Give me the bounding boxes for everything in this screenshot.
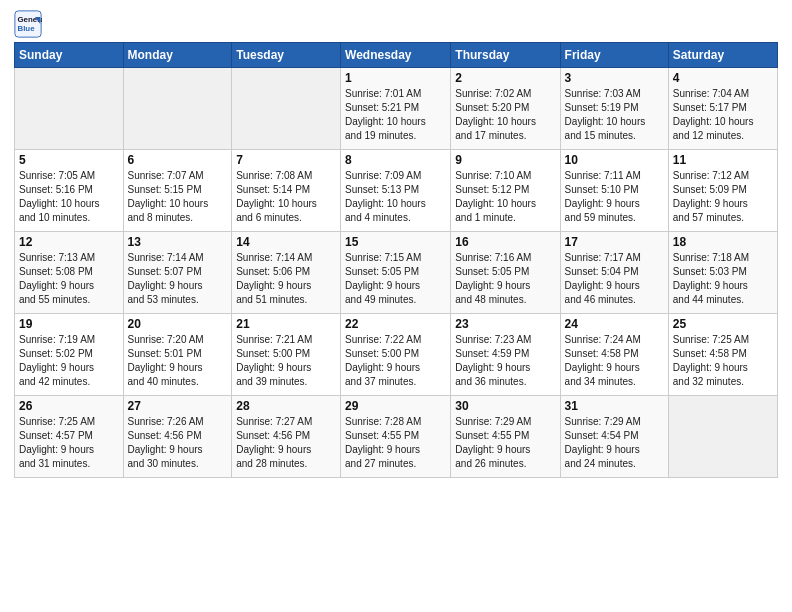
day-number: 21 bbox=[236, 317, 336, 331]
calendar-cell: 19Sunrise: 7:19 AM Sunset: 5:02 PM Dayli… bbox=[15, 314, 124, 396]
calendar-cell: 17Sunrise: 7:17 AM Sunset: 5:04 PM Dayli… bbox=[560, 232, 668, 314]
day-number: 27 bbox=[128, 399, 228, 413]
calendar-week-row: 5Sunrise: 7:05 AM Sunset: 5:16 PM Daylig… bbox=[15, 150, 778, 232]
day-number: 3 bbox=[565, 71, 664, 85]
day-info: Sunrise: 7:09 AM Sunset: 5:13 PM Dayligh… bbox=[345, 169, 446, 225]
day-number: 23 bbox=[455, 317, 555, 331]
weekday-header: Thursday bbox=[451, 43, 560, 68]
weekday-header: Tuesday bbox=[232, 43, 341, 68]
day-number: 22 bbox=[345, 317, 446, 331]
day-number: 8 bbox=[345, 153, 446, 167]
calendar-cell: 24Sunrise: 7:24 AM Sunset: 4:58 PM Dayli… bbox=[560, 314, 668, 396]
day-info: Sunrise: 7:14 AM Sunset: 5:06 PM Dayligh… bbox=[236, 251, 336, 307]
calendar-cell: 11Sunrise: 7:12 AM Sunset: 5:09 PM Dayli… bbox=[668, 150, 777, 232]
calendar-cell: 4Sunrise: 7:04 AM Sunset: 5:17 PM Daylig… bbox=[668, 68, 777, 150]
day-info: Sunrise: 7:07 AM Sunset: 5:15 PM Dayligh… bbox=[128, 169, 228, 225]
day-info: Sunrise: 7:22 AM Sunset: 5:00 PM Dayligh… bbox=[345, 333, 446, 389]
day-info: Sunrise: 7:25 AM Sunset: 4:58 PM Dayligh… bbox=[673, 333, 773, 389]
weekday-header: Monday bbox=[123, 43, 232, 68]
day-info: Sunrise: 7:28 AM Sunset: 4:55 PM Dayligh… bbox=[345, 415, 446, 471]
calendar-cell: 26Sunrise: 7:25 AM Sunset: 4:57 PM Dayli… bbox=[15, 396, 124, 478]
day-number: 31 bbox=[565, 399, 664, 413]
calendar-cell: 7Sunrise: 7:08 AM Sunset: 5:14 PM Daylig… bbox=[232, 150, 341, 232]
day-number: 30 bbox=[455, 399, 555, 413]
day-info: Sunrise: 7:25 AM Sunset: 4:57 PM Dayligh… bbox=[19, 415, 119, 471]
day-info: Sunrise: 7:08 AM Sunset: 5:14 PM Dayligh… bbox=[236, 169, 336, 225]
day-info: Sunrise: 7:19 AM Sunset: 5:02 PM Dayligh… bbox=[19, 333, 119, 389]
day-info: Sunrise: 7:04 AM Sunset: 5:17 PM Dayligh… bbox=[673, 87, 773, 143]
day-number: 11 bbox=[673, 153, 773, 167]
day-number: 2 bbox=[455, 71, 555, 85]
day-number: 15 bbox=[345, 235, 446, 249]
day-info: Sunrise: 7:13 AM Sunset: 5:08 PM Dayligh… bbox=[19, 251, 119, 307]
calendar-cell bbox=[15, 68, 124, 150]
day-number: 29 bbox=[345, 399, 446, 413]
calendar-cell: 12Sunrise: 7:13 AM Sunset: 5:08 PM Dayli… bbox=[15, 232, 124, 314]
day-info: Sunrise: 7:24 AM Sunset: 4:58 PM Dayligh… bbox=[565, 333, 664, 389]
calendar-cell: 3Sunrise: 7:03 AM Sunset: 5:19 PM Daylig… bbox=[560, 68, 668, 150]
day-info: Sunrise: 7:21 AM Sunset: 5:00 PM Dayligh… bbox=[236, 333, 336, 389]
day-info: Sunrise: 7:02 AM Sunset: 5:20 PM Dayligh… bbox=[455, 87, 555, 143]
day-info: Sunrise: 7:05 AM Sunset: 5:16 PM Dayligh… bbox=[19, 169, 119, 225]
day-number: 7 bbox=[236, 153, 336, 167]
calendar-cell: 5Sunrise: 7:05 AM Sunset: 5:16 PM Daylig… bbox=[15, 150, 124, 232]
day-number: 16 bbox=[455, 235, 555, 249]
day-number: 24 bbox=[565, 317, 664, 331]
calendar-cell: 30Sunrise: 7:29 AM Sunset: 4:55 PM Dayli… bbox=[451, 396, 560, 478]
day-info: Sunrise: 7:26 AM Sunset: 4:56 PM Dayligh… bbox=[128, 415, 228, 471]
day-number: 9 bbox=[455, 153, 555, 167]
calendar-week-row: 26Sunrise: 7:25 AM Sunset: 4:57 PM Dayli… bbox=[15, 396, 778, 478]
header: General Blue bbox=[14, 10, 778, 38]
day-info: Sunrise: 7:10 AM Sunset: 5:12 PM Dayligh… bbox=[455, 169, 555, 225]
calendar-cell: 13Sunrise: 7:14 AM Sunset: 5:07 PM Dayli… bbox=[123, 232, 232, 314]
weekday-header: Saturday bbox=[668, 43, 777, 68]
calendar-cell: 27Sunrise: 7:26 AM Sunset: 4:56 PM Dayli… bbox=[123, 396, 232, 478]
day-number: 6 bbox=[128, 153, 228, 167]
calendar-cell: 22Sunrise: 7:22 AM Sunset: 5:00 PM Dayli… bbox=[341, 314, 451, 396]
weekday-header: Wednesday bbox=[341, 43, 451, 68]
calendar-cell: 18Sunrise: 7:18 AM Sunset: 5:03 PM Dayli… bbox=[668, 232, 777, 314]
calendar-week-row: 1Sunrise: 7:01 AM Sunset: 5:21 PM Daylig… bbox=[15, 68, 778, 150]
logo-icon: General Blue bbox=[14, 10, 42, 38]
logo: General Blue bbox=[14, 10, 46, 38]
calendar-cell: 29Sunrise: 7:28 AM Sunset: 4:55 PM Dayli… bbox=[341, 396, 451, 478]
day-info: Sunrise: 7:01 AM Sunset: 5:21 PM Dayligh… bbox=[345, 87, 446, 143]
day-number: 12 bbox=[19, 235, 119, 249]
day-number: 17 bbox=[565, 235, 664, 249]
calendar-cell bbox=[232, 68, 341, 150]
day-info: Sunrise: 7:14 AM Sunset: 5:07 PM Dayligh… bbox=[128, 251, 228, 307]
day-number: 20 bbox=[128, 317, 228, 331]
weekday-header: Friday bbox=[560, 43, 668, 68]
day-number: 25 bbox=[673, 317, 773, 331]
calendar-week-row: 12Sunrise: 7:13 AM Sunset: 5:08 PM Dayli… bbox=[15, 232, 778, 314]
day-info: Sunrise: 7:11 AM Sunset: 5:10 PM Dayligh… bbox=[565, 169, 664, 225]
calendar-week-row: 19Sunrise: 7:19 AM Sunset: 5:02 PM Dayli… bbox=[15, 314, 778, 396]
day-info: Sunrise: 7:17 AM Sunset: 5:04 PM Dayligh… bbox=[565, 251, 664, 307]
day-info: Sunrise: 7:29 AM Sunset: 4:54 PM Dayligh… bbox=[565, 415, 664, 471]
day-number: 19 bbox=[19, 317, 119, 331]
calendar-cell: 23Sunrise: 7:23 AM Sunset: 4:59 PM Dayli… bbox=[451, 314, 560, 396]
day-info: Sunrise: 7:29 AM Sunset: 4:55 PM Dayligh… bbox=[455, 415, 555, 471]
calendar-cell: 25Sunrise: 7:25 AM Sunset: 4:58 PM Dayli… bbox=[668, 314, 777, 396]
day-info: Sunrise: 7:23 AM Sunset: 4:59 PM Dayligh… bbox=[455, 333, 555, 389]
calendar-cell: 6Sunrise: 7:07 AM Sunset: 5:15 PM Daylig… bbox=[123, 150, 232, 232]
calendar-cell: 20Sunrise: 7:20 AM Sunset: 5:01 PM Dayli… bbox=[123, 314, 232, 396]
day-number: 1 bbox=[345, 71, 446, 85]
calendar-cell: 31Sunrise: 7:29 AM Sunset: 4:54 PM Dayli… bbox=[560, 396, 668, 478]
calendar-body: 1Sunrise: 7:01 AM Sunset: 5:21 PM Daylig… bbox=[15, 68, 778, 478]
day-number: 14 bbox=[236, 235, 336, 249]
calendar-cell: 9Sunrise: 7:10 AM Sunset: 5:12 PM Daylig… bbox=[451, 150, 560, 232]
svg-text:Blue: Blue bbox=[18, 24, 36, 33]
day-info: Sunrise: 7:12 AM Sunset: 5:09 PM Dayligh… bbox=[673, 169, 773, 225]
weekday-header: Sunday bbox=[15, 43, 124, 68]
day-info: Sunrise: 7:03 AM Sunset: 5:19 PM Dayligh… bbox=[565, 87, 664, 143]
day-number: 26 bbox=[19, 399, 119, 413]
calendar-cell: 10Sunrise: 7:11 AM Sunset: 5:10 PM Dayli… bbox=[560, 150, 668, 232]
calendar-header: SundayMondayTuesdayWednesdayThursdayFrid… bbox=[15, 43, 778, 68]
calendar-cell: 2Sunrise: 7:02 AM Sunset: 5:20 PM Daylig… bbox=[451, 68, 560, 150]
calendar-cell bbox=[668, 396, 777, 478]
day-info: Sunrise: 7:18 AM Sunset: 5:03 PM Dayligh… bbox=[673, 251, 773, 307]
calendar-cell: 28Sunrise: 7:27 AM Sunset: 4:56 PM Dayli… bbox=[232, 396, 341, 478]
day-number: 10 bbox=[565, 153, 664, 167]
day-number: 18 bbox=[673, 235, 773, 249]
